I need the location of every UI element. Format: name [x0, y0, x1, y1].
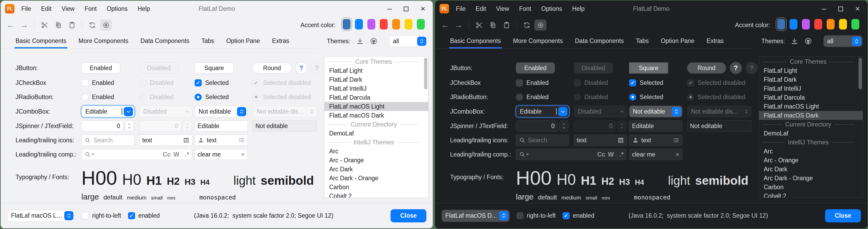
regex-button[interactable]: .*: [185, 151, 189, 158]
enabled-checkbox-row[interactable]: ✓ enabled: [128, 212, 160, 219]
tab-extras[interactable]: Extras: [272, 33, 289, 49]
chevron-updown-icon[interactable]: [499, 211, 508, 220]
chevron-updown-icon[interactable]: [237, 107, 246, 116]
download-icon[interactable]: [356, 37, 364, 45]
close-button[interactable]: Close: [391, 209, 426, 222]
spinner-input[interactable]: [82, 121, 123, 131]
theme-item-arc-orange[interactable]: Arc - Orange: [324, 156, 428, 165]
tab-basic-components[interactable]: Basic Components: [16, 33, 66, 49]
text-input[interactable]: [142, 137, 180, 144]
search-input[interactable]: [531, 151, 595, 158]
editable-combobox[interactable]: Editable: [516, 106, 569, 117]
github-icon[interactable]: [804, 37, 812, 45]
clearable-field[interactable]: ×: [629, 149, 682, 160]
text-field-person[interactable]: [629, 135, 682, 146]
close-window-button[interactable]: ×: [855, 5, 860, 13]
editable-textfield-input[interactable]: [197, 122, 245, 130]
theme-item-arc-orange[interactable]: Arc - Orange: [759, 156, 863, 165]
editable-textfield-input[interactable]: [632, 122, 679, 130]
accent-swatch-6[interactable]: [839, 19, 847, 30]
help-button[interactable]: ?: [730, 62, 742, 74]
tab-extras[interactable]: Extras: [707, 33, 724, 49]
calendar-icon[interactable]: [617, 137, 624, 144]
chevron-updown-icon[interactable]: [417, 37, 426, 46]
minimize-button[interactable]: –: [822, 5, 827, 13]
checkbox-enabled[interactable]: [82, 79, 89, 86]
editable-combobox[interactable]: Editable: [82, 106, 134, 117]
tab-data-components[interactable]: Data Components: [575, 33, 624, 49]
enabled-button[interactable]: Enabled: [82, 62, 120, 74]
spinner-input[interactable]: [516, 121, 558, 131]
menu-font[interactable]: Font: [85, 5, 97, 12]
search-field[interactable]: [82, 135, 134, 146]
theme-item-carbon[interactable]: Carbon: [324, 182, 428, 192]
copy-button[interactable]: [487, 20, 499, 31]
accent-swatch-4[interactable]: [380, 19, 388, 30]
refresh-button[interactable]: [86, 20, 98, 31]
paste-button[interactable]: [66, 20, 78, 31]
menu-options[interactable]: Options: [541, 5, 562, 12]
tab-tabs[interactable]: Tabs: [202, 33, 214, 49]
accent-swatch-5[interactable]: [827, 19, 835, 30]
accent-swatch-3[interactable]: [367, 19, 375, 30]
menu-file[interactable]: File: [21, 5, 31, 12]
round-button[interactable]: Round: [253, 62, 291, 74]
text-field-calendar[interactable]: [574, 135, 627, 146]
enabled-checkbox[interactable]: ✓: [562, 212, 569, 219]
menu-edit[interactable]: Edit: [41, 5, 52, 12]
theme-item-carbon[interactable]: Carbon: [759, 182, 863, 192]
clearable-field[interactable]: ×: [195, 149, 248, 160]
theme-item-flatlaf-macos-dark[interactable]: FlatLaf macOS Dark: [759, 111, 863, 120]
checkbox-selected[interactable]: ✓: [195, 79, 202, 86]
chevron-down-icon[interactable]: [558, 107, 567, 116]
spinner-arrows[interactable]: [559, 120, 568, 132]
maximize-button[interactable]: [404, 5, 408, 13]
menu-view[interactable]: View: [496, 5, 509, 12]
text-input[interactable]: [577, 137, 615, 144]
laf-combobox[interactable]: FlatLaf macOS Li...: [7, 210, 75, 222]
rtl-checkbox[interactable]: [517, 212, 524, 219]
paste-button[interactable]: [500, 20, 513, 31]
menu-help[interactable]: Help: [137, 5, 150, 12]
accent-swatch-2[interactable]: [355, 19, 363, 30]
cut-button[interactable]: [473, 20, 485, 31]
search-with-options-field[interactable]: Cc W .*: [516, 149, 626, 160]
text-field-person[interactable]: [195, 135, 248, 146]
theme-item-flatlaf-dark[interactable]: FlatLaf Dark: [759, 75, 863, 84]
theme-item-flatlaf-intellij[interactable]: FlatLaf IntelliJ: [759, 84, 863, 93]
text-input[interactable]: [641, 137, 670, 144]
back-button[interactable]: ←: [439, 20, 451, 31]
accent-swatch-7[interactable]: [417, 19, 425, 30]
accent-swatch-1[interactable]: [343, 19, 350, 30]
accent-swatch-5[interactable]: [392, 19, 400, 30]
theme-item-demolaf[interactable]: DemoLaf: [759, 129, 863, 138]
text-input[interactable]: [207, 137, 236, 144]
copy-button[interactable]: [52, 20, 64, 31]
match-case-button[interactable]: Cc: [163, 151, 171, 158]
theme-item-flatlaf-macos-dark[interactable]: FlatLaf macOS Dark: [324, 111, 428, 120]
accent-swatch-3[interactable]: [802, 19, 810, 30]
theme-item-demolaf[interactable]: DemoLaf: [324, 129, 428, 138]
editable-textfield[interactable]: [195, 120, 248, 132]
theme-item-flatlaf-macos-light[interactable]: FlatLaf macOS Light: [324, 102, 428, 111]
enabled-button[interactable]: Enabled: [516, 62, 555, 74]
search-with-options-field[interactable]: Cc W .*: [82, 149, 192, 160]
accent-swatch-1[interactable]: [777, 19, 785, 30]
whole-word-button[interactable]: W: [173, 151, 179, 158]
github-icon[interactable]: [370, 37, 378, 45]
checkbox-selected[interactable]: ✓: [629, 79, 636, 86]
list-icon[interactable]: [238, 137, 245, 144]
not-editable-combobox[interactable]: Not editable: [195, 106, 248, 117]
theme-item-flatlaf-light[interactable]: FlatLaf Light: [324, 66, 428, 75]
clearable-input[interactable]: [197, 151, 239, 158]
theme-item-arc-dark-orange[interactable]: Arc Dark - Orange: [324, 174, 428, 182]
radio-enabled[interactable]: [516, 93, 523, 101]
theme-item-flatlaf-dark[interactable]: FlatLaf Dark: [324, 75, 428, 84]
clear-icon[interactable]: ×: [241, 150, 245, 159]
theme-filter-combobox[interactable]: all: [389, 35, 428, 47]
radio-enabled[interactable]: [82, 93, 89, 101]
chevron-down-icon[interactable]: [124, 107, 133, 116]
tab-data-components[interactable]: Data Components: [141, 33, 189, 49]
radio-selected[interactable]: [195, 93, 202, 101]
clear-icon[interactable]: ×: [676, 150, 679, 159]
